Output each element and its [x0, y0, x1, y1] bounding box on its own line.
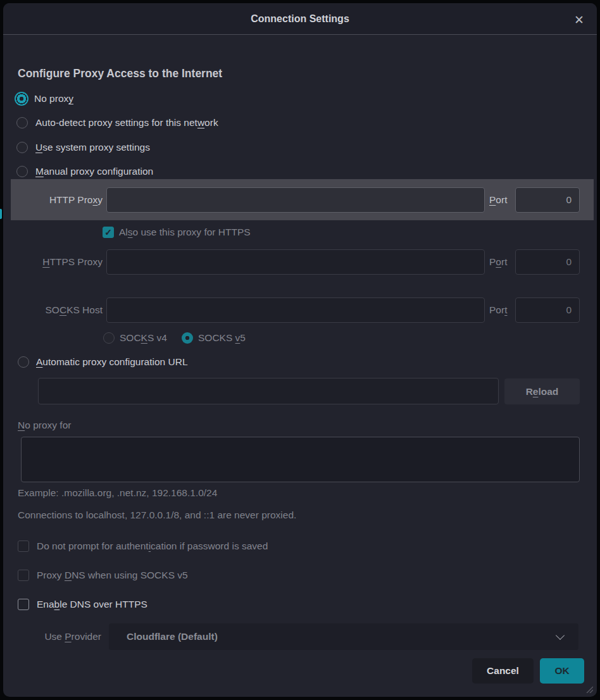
cancel-button[interactable]: Cancel — [472, 658, 534, 684]
socks-host-label: SOCKS Host — [16, 297, 103, 323]
close-icon[interactable]: ✕ — [570, 11, 588, 28]
provider-selected-value: Cloudflare (Default) — [127, 631, 218, 642]
use-provider-label: Use Provider — [16, 623, 101, 650]
https-proxy-input[interactable] — [106, 249, 485, 275]
http-proxy-label: HTTP Proxy — [16, 187, 103, 213]
socks-v5-radio[interactable] — [182, 332, 193, 344]
checkmark-icon: ✓ — [104, 227, 112, 237]
radio-row-system-proxy[interactable]: Use system proxy settings — [16, 140, 150, 155]
system-proxy-label: Use system proxy settings — [35, 142, 150, 153]
socks-port-input[interactable]: 0 — [515, 297, 580, 323]
socks-v4-label: SOCKS v4 — [120, 332, 167, 344]
socks-v4-radio[interactable] — [103, 332, 115, 344]
http-port-label: Port — [489, 187, 513, 213]
auto-config-url-label: Automatic proxy configuration URL — [36, 356, 188, 368]
radio-row-auto-detect[interactable]: Auto-detect proxy settings for this netw… — [16, 115, 218, 130]
also-https-label: Also use this proxy for HTTPS — [119, 227, 251, 238]
https-proxy-label: HTTPS Proxy — [16, 249, 103, 275]
radio-row-no-proxy[interactable]: No proxy — [15, 91, 73, 106]
no-proxy-for-label: No proxy for — [18, 419, 71, 432]
manual-proxy-label: Manual proxy configuration — [35, 166, 153, 177]
manual-proxy-radio[interactable] — [16, 166, 28, 177]
https-port-input[interactable]: 0 — [515, 249, 580, 275]
localhost-note-text: Connections to localhost, 127.0.0.1/8, a… — [18, 509, 296, 521]
checkbox-row-enable-doh[interactable]: Enable DNS over HTTPS — [18, 598, 147, 611]
proxy-dns-checkbox[interactable] — [18, 570, 29, 581]
auto-detect-radio[interactable] — [16, 117, 28, 128]
http-port-input[interactable]: 0 — [515, 187, 580, 213]
provider-select[interactable]: Cloudflare (Default) — [109, 623, 578, 650]
enable-doh-label: Enable DNS over HTTPS — [37, 599, 147, 610]
socks-port-label: Port — [489, 297, 513, 323]
resize-grip[interactable] — [584, 684, 593, 693]
https-port-label: Port — [489, 249, 513, 275]
no-proxy-label: No proxy — [34, 93, 73, 104]
enable-doh-checkbox[interactable] — [18, 599, 29, 610]
chevron-down-icon — [556, 631, 565, 640]
system-proxy-radio[interactable] — [16, 142, 28, 153]
ok-button[interactable]: OK — [540, 658, 584, 684]
reload-button[interactable]: Reload — [504, 378, 580, 404]
connection-settings-dialog: Connection Settings ✕ Configure Proxy Ac… — [3, 3, 597, 697]
radio-row-socks-v4[interactable]: SOCKS v4 — [103, 332, 167, 344]
no-proxy-for-textarea[interactable] — [21, 437, 580, 482]
no-auth-prompt-checkbox[interactable] — [18, 541, 29, 552]
dialog-title: Connection Settings — [251, 13, 349, 25]
checkbox-row-also-https[interactable]: ✓ Also use this proxy for HTTPS — [103, 226, 251, 239]
no-proxy-example-text: Example: .mozilla.org, .net.nz, 192.168.… — [18, 487, 217, 499]
page-title: Configure Proxy Access to the Internet — [18, 67, 222, 80]
also-https-checkbox[interactable]: ✓ — [103, 227, 114, 238]
auto-detect-label: Auto-detect proxy settings for this netw… — [35, 117, 218, 128]
highlight-arrow-fragment — [0, 209, 2, 219]
auto-config-url-input[interactable] — [38, 378, 499, 404]
checkbox-row-proxy-dns[interactable]: Proxy DNS when using SOCKS v5 — [18, 569, 188, 582]
radio-row-auto-config-url[interactable]: Automatic proxy configuration URL — [18, 356, 188, 368]
radio-row-manual-proxy[interactable]: Manual proxy configuration — [16, 164, 153, 179]
screenshot-root: Connection Settings ✕ Configure Proxy Ac… — [0, 0, 600, 700]
no-proxy-radio[interactable] — [15, 92, 28, 106]
dialog-titlebar: Connection Settings ✕ — [3, 3, 597, 35]
no-auth-prompt-label: Do not prompt for authentication if pass… — [37, 541, 268, 552]
http-proxy-input[interactable] — [106, 187, 485, 213]
proxy-dns-label: Proxy DNS when using SOCKS v5 — [37, 570, 188, 581]
socks-v5-label: SOCKS v5 — [198, 332, 246, 344]
radio-row-socks-v5[interactable]: SOCKS v5 — [182, 332, 246, 344]
socks-host-input[interactable] — [106, 297, 485, 323]
checkbox-row-no-auth-prompt[interactable]: Do not prompt for authentication if pass… — [18, 540, 268, 553]
auto-config-url-radio[interactable] — [18, 356, 29, 368]
